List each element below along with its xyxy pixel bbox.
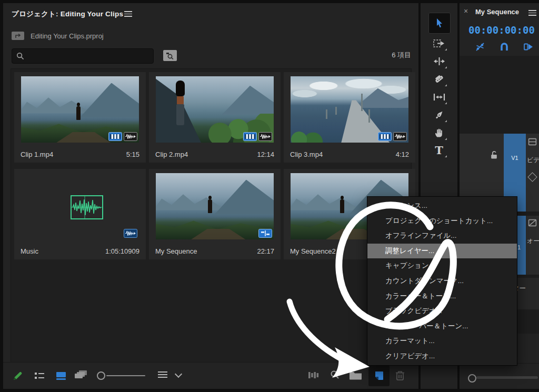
- type-tool[interactable]: T: [432, 143, 446, 157]
- automate-to-sequence-icon[interactable]: [307, 371, 321, 379]
- slip-tool[interactable]: [432, 90, 446, 104]
- video-track-label[interactable]: V1: [504, 155, 526, 161]
- menu-item-hd-bars-and-tone[interactable]: HD カラーバー＆トーン...: [367, 318, 517, 334]
- timeline-panel-menu-icon[interactable]: [528, 10, 536, 16]
- video-badge-icon: [378, 132, 392, 141]
- list-view-icon[interactable]: [34, 371, 45, 380]
- delete-trash-icon[interactable]: [395, 369, 405, 381]
- item-name: My Sequence: [155, 247, 197, 255]
- track-select-forward-tool[interactable]: [432, 36, 446, 50]
- navigate-up-icon[interactable]: [12, 32, 24, 40]
- menu-item-black-video[interactable]: ブラックビデオ...: [367, 304, 517, 319]
- project-item-my-sequence[interactable]: My Sequence 22:17: [149, 169, 281, 259]
- search-box: [12, 48, 154, 64]
- breadcrumb[interactable]: Editing Your Clips.prproj: [31, 32, 104, 40]
- audio-badge-icon: [124, 229, 137, 238]
- razor-icon: [434, 74, 445, 85]
- item-duration: 1:05:10909: [105, 247, 139, 255]
- hand-tool[interactable]: [432, 126, 446, 139]
- clip2-thumbnail: [156, 76, 274, 143]
- item-name: Clip 3.mp4: [290, 150, 323, 158]
- project-item-clip2[interactable]: Clip 2.mp4 12:14: [149, 72, 281, 163]
- new-bin-folder-icon[interactable]: [348, 370, 362, 380]
- close-icon[interactable]: ×: [464, 7, 468, 15]
- project-item-clip1[interactable]: Clip 1.mp4 5:15: [14, 72, 146, 163]
- audio-badge-icon: [393, 132, 407, 141]
- item-name: My Sequence2: [290, 247, 336, 255]
- menu-item-adjustment-layer[interactable]: 調整レイヤー...: [367, 244, 517, 259]
- nested-sequence-icon[interactable]: [523, 41, 534, 53]
- menu-item-sequence[interactable]: シーケンス...: [367, 198, 517, 214]
- hand-icon: [434, 127, 444, 138]
- sort-icon[interactable]: [158, 371, 167, 378]
- menu-item-offline-file[interactable]: オフラインファイル...: [367, 228, 517, 244]
- timeline-tab-title[interactable]: My Sequence: [475, 8, 519, 16]
- music-thumbnail: [21, 173, 139, 239]
- search-bin-button[interactable]: [163, 50, 177, 61]
- item-count: 6 項目: [392, 51, 411, 60]
- clip1-thumbnail: [21, 76, 139, 143]
- audio-badge-icon: [124, 132, 137, 141]
- video-badge-icon: [108, 132, 122, 141]
- pen-tool[interactable]: [432, 108, 446, 122]
- project-item-music[interactable]: Music 1:05:10909: [14, 169, 146, 259]
- ripple-edit-icon: [433, 57, 445, 66]
- mute-track-icon[interactable]: [528, 219, 537, 227]
- panel-menu-icon[interactable]: [124, 11, 132, 17]
- audio-waveform-icon: [71, 195, 103, 219]
- item-duration: 4:12: [396, 150, 409, 158]
- video-track-name: ビデ: [527, 156, 539, 165]
- selection-tool-icon: [434, 18, 445, 28]
- item-name: Clip 2.mp4: [155, 150, 188, 158]
- ripple-edit-tool[interactable]: [432, 54, 446, 68]
- menu-item-countdown-mark[interactable]: カウントダウンマーク...: [367, 274, 517, 289]
- sequence-badge-icon: [258, 229, 272, 238]
- menu-item-captions[interactable]: キャプション...: [367, 258, 517, 274]
- track-output-icon[interactable]: [528, 138, 537, 146]
- type-tool-icon: T: [435, 145, 443, 156]
- audio-badge-icon: [258, 132, 272, 141]
- timeline-toggle-row: [460, 41, 539, 55]
- playhead-timecode[interactable]: 00:00:00:00: [468, 24, 535, 36]
- timeline-scrollbar-area: [460, 363, 539, 389]
- item-duration: 5:15: [126, 150, 139, 158]
- menu-item-color-matte[interactable]: カラーマット...: [367, 334, 517, 349]
- razor-tool[interactable]: [432, 72, 446, 86]
- project-item-grid: Clip 1.mp4 5:15 Clip 2.mp4 12:1: [11, 68, 412, 365]
- menu-item-project-shortcut[interactable]: プロジェクトのショートカット...: [367, 214, 517, 229]
- project-writable-pencil-icon[interactable]: [12, 370, 24, 381]
- freeform-view-icon[interactable]: [74, 369, 88, 381]
- item-name: Clip 1.mp4: [21, 150, 53, 158]
- selection-tool[interactable]: [428, 13, 451, 34]
- zoom-slider-handle[interactable]: [97, 371, 105, 380]
- my-sequence-thumbnail: [156, 173, 274, 239]
- search-input[interactable]: [27, 52, 145, 61]
- icon-view-icon[interactable]: [55, 371, 67, 380]
- find-icon[interactable]: [330, 369, 340, 380]
- timeline-empty-area: [460, 56, 539, 134]
- scrollbar-handle[interactable]: [468, 374, 476, 383]
- clip3-thumbnail: [291, 76, 408, 143]
- lock-unlocked-icon[interactable]: [490, 150, 498, 159]
- item-duration: 22:17: [257, 247, 274, 255]
- keyframe-diamond-icon[interactable]: [527, 172, 537, 182]
- audio-track-name: オー: [527, 237, 539, 246]
- scrollbar-track[interactable]: [476, 376, 538, 379]
- video-badge-icon: [243, 132, 257, 141]
- search-icon: [16, 52, 24, 60]
- new-item-icon: [373, 370, 385, 381]
- new-item-context-menu: シーケンス... プロジェクトのショートカット... オフラインファイル... …: [367, 196, 517, 366]
- project-panel-title: プロジェクト: Editing Your Clips: [12, 9, 123, 19]
- snap-magnet-icon[interactable]: [498, 41, 510, 53]
- chevron-down-icon[interactable]: [176, 371, 181, 377]
- project-panel-toolbar: [3, 362, 418, 389]
- premiere-project-window: プロジェクト: Editing Your Clips Editing Your …: [0, 0, 539, 392]
- zoom-slider-track[interactable]: [106, 375, 145, 376]
- linked-selection-icon[interactable]: [474, 41, 486, 53]
- menu-item-bars-and-tone[interactable]: カラーバー＆トーン...: [367, 288, 517, 304]
- pen-icon: [434, 109, 445, 120]
- project-panel: プロジェクト: Editing Your Clips Editing Your …: [3, 3, 418, 389]
- project-item-clip3[interactable]: Clip 3.mp4 4:12: [284, 72, 415, 163]
- new-item-button[interactable]: [368, 365, 390, 386]
- menu-item-clear-video[interactable]: クリアビデオ...: [367, 348, 517, 364]
